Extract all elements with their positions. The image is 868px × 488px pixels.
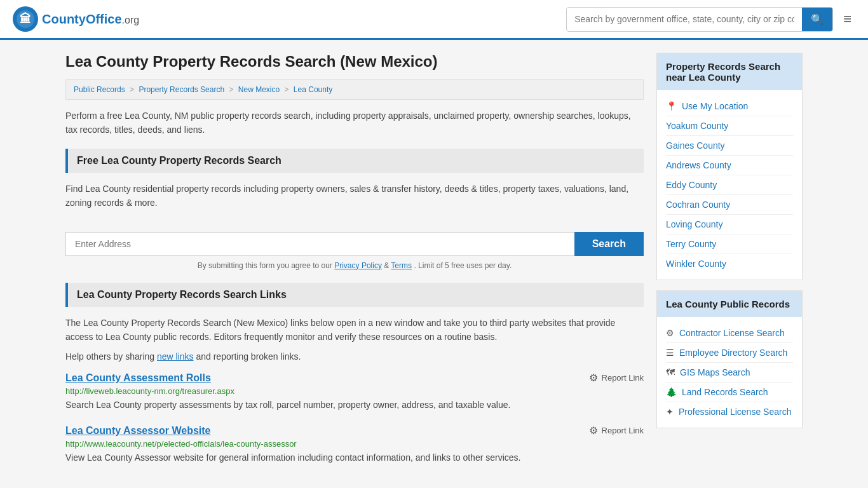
global-search-bar: 🔍 bbox=[566, 7, 833, 32]
link-2-desc: View Lea County Assessor website for gen… bbox=[65, 451, 644, 464]
svg-text:🏛: 🏛 bbox=[20, 12, 31, 25]
professional-license-item[interactable]: ✦ Professional License Search bbox=[666, 402, 793, 421]
use-my-location-item[interactable]: 📍 Use My Location bbox=[666, 97, 793, 116]
logo-icon: 🏛 bbox=[13, 6, 38, 32]
eddy-county-link[interactable]: Eddy County bbox=[666, 180, 717, 190]
location-pin-icon: 📍 bbox=[666, 101, 677, 111]
public-records-box: Lea County Public Records ⚙ Contractor L… bbox=[656, 290, 803, 428]
cochran-county-link[interactable]: Cochran County bbox=[666, 200, 730, 210]
new-links-link[interactable]: new links bbox=[157, 351, 194, 362]
free-search-header: Free Lea County Property Records Search bbox=[65, 149, 644, 173]
map-icon: 🗺 bbox=[666, 367, 675, 377]
page-description: Perform a free Lea County, NM public pro… bbox=[65, 109, 644, 137]
logo[interactable]: 🏛 CountyOffice.org bbox=[13, 6, 139, 32]
list-icon: ☰ bbox=[666, 348, 674, 358]
nearby-county-0[interactable]: Yoakum County bbox=[666, 116, 793, 136]
report-icon-1: ⚙ bbox=[589, 372, 598, 384]
header-right: 🔍 ≡ bbox=[566, 7, 855, 32]
links-section: The Lea County Property Records Search (… bbox=[65, 316, 644, 465]
nearby-county-3[interactable]: Eddy County bbox=[666, 175, 793, 195]
report-link-1[interactable]: ⚙ Report Link bbox=[589, 372, 644, 384]
nearby-counties-box: Property Records Search near Lea County … bbox=[656, 53, 803, 280]
breadcrumb-public-records[interactable]: Public Records bbox=[74, 85, 125, 94]
report-icon-2: ⚙ bbox=[589, 424, 598, 437]
public-records-header: Lea County Public Records bbox=[657, 291, 802, 317]
employee-directory-item[interactable]: ☰ Employee Directory Search bbox=[666, 343, 793, 363]
land-records-item[interactable]: 🌲 Land Records Search bbox=[666, 383, 793, 402]
logo-text: CountyOffice.org bbox=[42, 12, 139, 27]
global-search-button[interactable]: 🔍 bbox=[802, 8, 832, 31]
nearby-county-1[interactable]: Gaines County bbox=[666, 136, 793, 156]
gis-maps-link[interactable]: GIS Maps Search bbox=[680, 367, 750, 377]
nearby-county-5[interactable]: Loving County bbox=[666, 215, 793, 234]
breadcrumb-sep-3: > bbox=[285, 85, 291, 94]
links-desc: The Lea County Property Records Search (… bbox=[65, 316, 644, 344]
page-title: Lea County Property Records Search (New … bbox=[65, 53, 644, 71]
link-card-1-header: Lea County Assessment Rolls ⚙ Report Lin… bbox=[65, 372, 644, 384]
link-card-2: Lea County Assessor Website ⚙ Report Lin… bbox=[65, 424, 644, 464]
contractor-license-item[interactable]: ⚙ Contractor License Search bbox=[666, 323, 793, 343]
report-link-2-label: Report Link bbox=[602, 426, 644, 435]
address-search-button[interactable]: Search bbox=[574, 232, 644, 256]
terry-county-link[interactable]: Terry County bbox=[666, 239, 716, 249]
links-header: Lea County Property Records Search Links bbox=[65, 283, 644, 307]
nearby-county-6[interactable]: Terry County bbox=[666, 234, 793, 254]
link-2-url[interactable]: http://www.leacounty.net/p/elected-offic… bbox=[65, 439, 644, 449]
site-header: 🏛 CountyOffice.org 🔍 ≡ bbox=[0, 0, 868, 40]
privacy-policy-link[interactable]: Privacy Policy bbox=[334, 261, 382, 270]
free-search-desc: Find Lea County residential property rec… bbox=[65, 182, 644, 210]
land-records-link[interactable]: Land Records Search bbox=[682, 387, 768, 397]
gear-icon: ⚙ bbox=[666, 328, 674, 338]
link-1-title[interactable]: Lea County Assessment Rolls bbox=[65, 372, 211, 384]
breadcrumb-lea-county[interactable]: Lea County bbox=[294, 85, 332, 94]
terms-link[interactable]: Terms bbox=[391, 261, 412, 270]
link-card-2-header: Lea County Assessor Website ⚙ Report Lin… bbox=[65, 424, 644, 437]
link-card-1: Lea County Assessment Rolls ⚙ Report Lin… bbox=[65, 372, 644, 412]
disclaimer-end: . Limit of 5 free uses per day. bbox=[414, 261, 512, 270]
page-container: Lea County Property Records Search (New … bbox=[53, 40, 815, 488]
sidebar: Property Records Search near Lea County … bbox=[656, 53, 803, 477]
yoakum-county-link[interactable]: Yoakum County bbox=[666, 121, 728, 131]
gis-maps-item[interactable]: 🗺 GIS Maps Search bbox=[666, 363, 793, 383]
star-icon: ✦ bbox=[666, 407, 674, 417]
report-link-1-label: Report Link bbox=[602, 373, 644, 383]
breadcrumb-property-records[interactable]: Property Records Search bbox=[139, 85, 224, 94]
gaines-county-link[interactable]: Gaines County bbox=[666, 140, 725, 151]
tree-icon: 🌲 bbox=[666, 387, 677, 397]
global-search-input[interactable] bbox=[567, 9, 802, 29]
nearby-counties-header: Property Records Search near Lea County bbox=[657, 53, 802, 90]
breadcrumb-sep-2: > bbox=[229, 85, 235, 94]
disclaimer-amp: & bbox=[384, 261, 391, 270]
professional-license-link[interactable]: Professional License Search bbox=[679, 407, 791, 417]
share-end: and reporting broken links. bbox=[196, 351, 301, 362]
winkler-county-link[interactable]: Winkler County bbox=[666, 259, 726, 269]
contractor-license-link[interactable]: Contractor License Search bbox=[679, 328, 785, 338]
andrews-county-link[interactable]: Andrews County bbox=[666, 160, 731, 170]
report-link-2[interactable]: ⚙ Report Link bbox=[589, 424, 644, 437]
share-text: Help others by sharing bbox=[65, 351, 154, 362]
link-1-desc: Search Lea County property assessments b… bbox=[65, 398, 644, 412]
breadcrumb: Public Records > Property Records Search… bbox=[65, 79, 644, 100]
breadcrumb-new-mexico[interactable]: New Mexico bbox=[238, 85, 280, 94]
nearby-county-2[interactable]: Andrews County bbox=[666, 156, 793, 175]
nearby-county-4[interactable]: Cochran County bbox=[666, 195, 793, 215]
link-1-url[interactable]: http://liveweb.leacounty-nm.org/treasure… bbox=[65, 386, 644, 396]
disclaimer-text: By submitting this form you agree to our bbox=[198, 261, 332, 270]
use-my-location-link[interactable]: Use My Location bbox=[682, 101, 748, 111]
public-records-content: ⚙ Contractor License Search ☰ Employee D… bbox=[657, 317, 802, 428]
menu-icon[interactable]: ≡ bbox=[839, 7, 855, 31]
address-search-bar: Search bbox=[65, 232, 644, 256]
search-disclaimer: By submitting this form you agree to our… bbox=[65, 261, 644, 270]
employee-directory-link[interactable]: Employee Directory Search bbox=[679, 348, 787, 358]
main-content: Lea County Property Records Search (New … bbox=[65, 53, 644, 477]
nearby-counties-content: 📍 Use My Location Yoakum County Gaines C… bbox=[657, 90, 802, 280]
search-section: Find Lea County residential property rec… bbox=[65, 182, 644, 270]
link-2-title[interactable]: Lea County Assessor Website bbox=[65, 425, 211, 437]
loving-county-link[interactable]: Loving County bbox=[666, 219, 723, 229]
breadcrumb-sep-1: > bbox=[130, 85, 136, 94]
nearby-county-7[interactable]: Winkler County bbox=[666, 254, 793, 273]
share-line: Help others by sharing new links and rep… bbox=[65, 351, 644, 362]
address-input[interactable] bbox=[65, 232, 574, 256]
